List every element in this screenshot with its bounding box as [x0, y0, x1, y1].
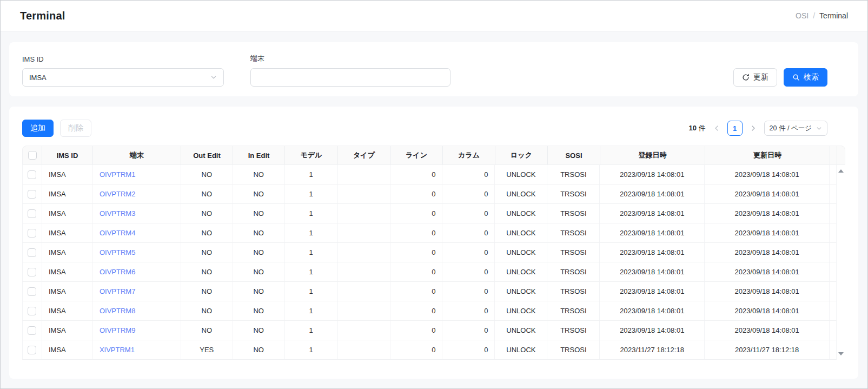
row-checkbox[interactable]: [28, 307, 36, 315]
cell-in-edit: NO: [233, 223, 285, 242]
table-row[interactable]: IMSA OIVPTRM2 NO NO 1 0 0 UNLOCK TRSOSI …: [22, 184, 837, 204]
breadcrumb-parent[interactable]: OSI: [796, 11, 809, 20]
row-checkbox-cell: [23, 184, 42, 203]
table-row[interactable]: IMSA OIVPTRM8 NO NO 1 0 0 UNLOCK TRSOSI …: [22, 301, 837, 321]
search-button[interactable]: 検索: [784, 68, 827, 87]
column-header-created: 登録日時: [600, 146, 705, 164]
row-checkbox[interactable]: [28, 326, 36, 335]
cell-ims-id: IMSA: [42, 340, 93, 359]
table-row[interactable]: IMSA OIVPTRM9 NO NO 1 0 0 UNLOCK TRSOSI …: [22, 321, 837, 340]
row-checkbox[interactable]: [28, 170, 36, 179]
cell-lock: UNLOCK: [495, 204, 547, 223]
cell-created: 2023/09/18 14:08:01: [600, 165, 705, 184]
cell-spacer: [830, 262, 837, 281]
total-count: 10 件: [689, 123, 706, 133]
terminal-link[interactable]: OIVPTRM3: [100, 209, 135, 217]
cell-in-edit: NO: [233, 340, 285, 359]
delete-button[interactable]: 削除: [60, 120, 91, 137]
terminal-input[interactable]: [250, 68, 450, 87]
cell-type: [338, 243, 390, 262]
terminal-link[interactable]: OIVPTRM5: [100, 248, 135, 256]
scroll-down-icon[interactable]: [838, 352, 844, 355]
column-header-type: タイプ: [338, 146, 390, 164]
table-row[interactable]: IMSA OIVPTRM6 NO NO 1 0 0 UNLOCK TRSOSI …: [22, 262, 837, 282]
ims-id-field: IMS ID IMSA: [22, 55, 224, 87]
cell-spacer: [830, 223, 837, 242]
cell-sosi: TRSOSI: [547, 184, 600, 203]
cell-lock: UNLOCK: [495, 321, 547, 340]
table-row[interactable]: IMSA OIVPTRM4 NO NO 1 0 0 UNLOCK TRSOSI …: [22, 223, 837, 243]
row-checkbox[interactable]: [28, 190, 36, 199]
select-all-checkbox[interactable]: [28, 151, 37, 160]
cell-out-edit: YES: [181, 340, 233, 359]
cell-ims-id: IMSA: [42, 223, 93, 242]
terminal-link[interactable]: OIVPTRM9: [100, 326, 135, 334]
cell-column: 0: [442, 204, 495, 223]
cell-in-edit: NO: [233, 301, 285, 320]
cell-created: 2023/09/18 14:08:01: [600, 262, 705, 281]
cell-sosi: TRSOSI: [547, 204, 600, 223]
next-page-button[interactable]: [748, 121, 759, 136]
cell-terminal: OIVPTRM8: [93, 301, 181, 320]
column-header-in-edit: In Edit: [233, 146, 285, 164]
scroll-up-icon[interactable]: [838, 169, 844, 173]
page-title: Terminal: [20, 10, 65, 22]
column-header-column: カラム: [443, 146, 495, 164]
cell-lock: UNLOCK: [495, 262, 547, 281]
page-header: Terminal OSI / Terminal: [1, 1, 867, 31]
cell-sosi: TRSOSI: [547, 223, 600, 242]
cell-ims-id: IMSA: [42, 282, 93, 301]
row-checkbox[interactable]: [28, 248, 36, 257]
terminal-link[interactable]: OIVPTRM1: [100, 170, 135, 179]
refresh-button[interactable]: 更新: [733, 68, 777, 87]
column-header-sosi: SOSI: [548, 146, 600, 164]
cell-line: 0: [390, 340, 443, 359]
table-row[interactable]: IMSA OIVPTRM3 NO NO 1 0 0 UNLOCK TRSOSI …: [22, 204, 837, 223]
table-row[interactable]: IMSA OIVPTRM1 NO NO 1 0 0 UNLOCK TRSOSI …: [22, 165, 837, 184]
row-checkbox[interactable]: [28, 229, 36, 238]
cell-model: 1: [285, 204, 338, 223]
row-checkbox[interactable]: [28, 268, 36, 276]
table-row[interactable]: IMSA OIVPTRM5 NO NO 1 0 0 UNLOCK TRSOSI …: [22, 243, 837, 262]
cell-out-edit: NO: [181, 204, 233, 223]
cell-terminal: XIVPTRM1: [93, 340, 181, 359]
table-row[interactable]: IMSA OIVPTRM7 NO NO 1 0 0 UNLOCK TRSOSI …: [22, 282, 837, 301]
cell-out-edit: NO: [181, 301, 233, 320]
column-header-line: ライン: [390, 146, 443, 164]
table-scrollbar[interactable]: [837, 165, 845, 360]
column-header-updated: 更新日時: [705, 146, 830, 164]
cell-column: 0: [442, 262, 495, 281]
row-checkbox[interactable]: [28, 209, 36, 218]
cell-type: [338, 301, 390, 320]
cell-in-edit: NO: [233, 282, 285, 301]
page-number-button[interactable]: 1: [727, 121, 743, 136]
ims-id-select[interactable]: IMSA: [22, 68, 224, 87]
cell-lock: UNLOCK: [495, 340, 547, 359]
terminal-link[interactable]: OIVPTRM6: [100, 268, 135, 276]
page-size-select[interactable]: 20 件 / ページ: [764, 121, 827, 136]
cell-model: 1: [285, 184, 338, 203]
column-header-terminal: 端末: [93, 146, 181, 164]
row-checkbox[interactable]: [28, 287, 36, 296]
select-all-cell: [23, 146, 42, 164]
add-button[interactable]: 追加: [22, 120, 54, 137]
breadcrumb: OSI / Terminal: [796, 11, 848, 20]
cell-spacer: [830, 282, 837, 301]
cell-lock: UNLOCK: [495, 223, 547, 242]
row-checkbox[interactable]: [28, 346, 36, 354]
terminal-link[interactable]: OIVPTRM2: [100, 190, 135, 198]
cell-ims-id: IMSA: [42, 204, 93, 223]
cell-out-edit: NO: [181, 262, 233, 281]
data-table: IMS ID 端末 Out Edit In Edit モデル タイプ ライン カ…: [22, 146, 845, 360]
terminal-link[interactable]: OIVPTRM8: [100, 307, 135, 315]
cell-model: 1: [285, 321, 338, 340]
prev-page-button[interactable]: [711, 121, 722, 136]
table-row[interactable]: IMSA XIVPTRM1 YES NO 1 0 0 UNLOCK TRSOSI…: [22, 340, 837, 360]
chevron-left-icon: [714, 125, 719, 131]
terminal-link[interactable]: OIVPTRM7: [100, 287, 135, 295]
terminal-link[interactable]: XIVPTRM1: [100, 346, 135, 354]
refresh-button-label: 更新: [753, 72, 768, 82]
terminal-link[interactable]: OIVPTRM4: [100, 229, 135, 237]
cell-ims-id: IMSA: [42, 321, 93, 340]
cell-line: 0: [390, 282, 443, 301]
